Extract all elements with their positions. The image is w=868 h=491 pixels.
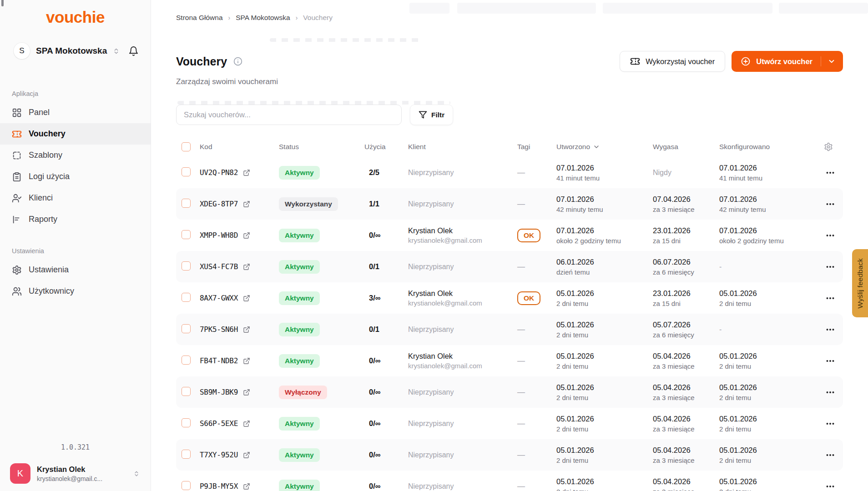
expires-relative-time: za 3 miesiące <box>653 456 719 464</box>
configured-relative-time: 41 minut temu <box>719 174 808 182</box>
row-checkbox[interactable] <box>182 418 191 427</box>
created-relative-time: 2 dni temu <box>556 425 653 433</box>
created-date: 05.01.2026 <box>556 477 653 486</box>
table-row: XDEG-8TP7 Wykorzystany 1/1 Nieprzypisany… <box>176 188 843 220</box>
search-input[interactable] <box>176 105 402 125</box>
configured-relative-time: 2 dni temu <box>719 300 808 307</box>
sidebar-item-klienci[interactable]: Klienci <box>0 187 151 209</box>
row-checkbox[interactable] <box>182 324 191 333</box>
sidebar-item-panel[interactable]: Panel <box>0 102 151 123</box>
row-checkbox[interactable] <box>182 387 191 396</box>
column-header-kod[interactable]: Kod <box>200 143 279 151</box>
status-badge: Wyłączony <box>279 386 327 399</box>
created-relative-time: 2 dni temu <box>556 331 653 339</box>
user-menu[interactable]: K Krystian Olek krystianolek@gmail.c... <box>0 463 151 491</box>
row-menu-button[interactable] <box>826 200 835 209</box>
sidebar-item-logi-uzycia[interactable]: Logi użycia <box>0 166 151 187</box>
skeleton-strip <box>457 3 596 14</box>
feedback-tab[interactable]: Wyślij feedback <box>852 249 868 317</box>
breadcrumb-org[interactable]: SPA Mokotowska <box>236 14 290 22</box>
client-name: Nieprzypisany <box>408 326 517 334</box>
row-menu-button[interactable] <box>826 451 835 460</box>
sidebar-item-ustawienia[interactable]: Ustawienia <box>0 259 151 281</box>
created-relative-time: dzień temu <box>556 268 653 276</box>
external-link-icon[interactable] <box>243 169 250 176</box>
column-settings-gear-icon[interactable] <box>824 142 843 151</box>
external-link-icon[interactable] <box>243 451 250 459</box>
page-title: Vouchery <box>176 55 227 68</box>
sidebar-item-uzytkownicy[interactable]: Użytkownicy <box>0 281 151 302</box>
tag-badge: — <box>517 388 525 396</box>
row-menu-button[interactable] <box>826 419 835 428</box>
row-checkbox[interactable] <box>182 230 191 239</box>
row-checkbox[interactable] <box>182 293 191 302</box>
use-voucher-button[interactable]: Wykorzystaj voucher <box>620 51 725 72</box>
expires-date: 05.04.2026 <box>653 446 719 455</box>
expires-relative-time: za 3 miesiące <box>653 394 719 401</box>
row-menu-button[interactable] <box>826 388 835 397</box>
create-voucher-button[interactable]: Utwórz voucher <box>732 51 843 72</box>
expires-date: 23.01.2026 <box>653 289 719 298</box>
external-link-icon[interactable] <box>243 232 250 239</box>
external-link-icon[interactable] <box>243 263 250 271</box>
filter-button[interactable]: Filtr <box>410 105 453 125</box>
row-menu-button[interactable] <box>826 262 835 271</box>
row-menu-button[interactable] <box>826 294 835 303</box>
row-checkbox[interactable] <box>182 199 191 208</box>
created-relative-time: około 2 godziny temu <box>556 237 653 245</box>
row-checkbox[interactable] <box>182 167 191 176</box>
info-icon[interactable] <box>233 57 242 66</box>
table-row: T7XY-952U Aktywny 0/∞ Nieprzypisany — <box>176 439 843 471</box>
row-checkbox[interactable] <box>182 356 191 365</box>
expires-relative-time: za 6 miesięcy <box>653 268 719 276</box>
column-header-klient[interactable]: Klient <box>408 143 517 151</box>
external-link-icon[interactable] <box>243 326 250 333</box>
notifications-bell-icon[interactable] <box>128 46 139 56</box>
status-badge: Aktywny <box>279 417 320 431</box>
external-link-icon[interactable] <box>243 483 250 490</box>
row-menu-button[interactable] <box>826 482 835 491</box>
voucher-code: 8AX7-GWXX <box>200 294 238 302</box>
row-checkbox[interactable] <box>182 481 191 490</box>
ellipsis-icon <box>829 423 831 425</box>
external-link-icon[interactable] <box>243 200 250 208</box>
external-link-icon[interactable] <box>243 295 250 302</box>
voucher-code: 7PK5-SN6H <box>200 325 238 334</box>
table-row: P9JB-MY5X Aktywny 0/∞ Nieprzypisany — <box>176 471 843 491</box>
created-date: 05.01.2026 <box>556 383 653 392</box>
external-link-icon[interactable] <box>243 357 250 365</box>
column-header-uzycia[interactable]: Użycia <box>364 143 408 151</box>
row-menu-button[interactable] <box>826 168 835 177</box>
row-menu-button[interactable] <box>826 356 835 366</box>
sidebar-item-raporty[interactable]: Raporty <box>0 209 151 230</box>
status-badge: Aktywny <box>279 480 320 491</box>
client-name: Nieprzypisany <box>408 263 517 271</box>
row-checkbox[interactable] <box>182 261 191 271</box>
tag-badge: — <box>517 451 525 459</box>
create-voucher-menu-chevron[interactable] <box>828 57 836 65</box>
voucher-code: T7XY-952U <box>200 451 238 459</box>
column-header-tagi[interactable]: Tagi <box>517 143 556 151</box>
row-menu-button[interactable] <box>826 231 835 240</box>
skeleton-dashes <box>177 101 450 105</box>
clipboard-icon <box>12 172 22 182</box>
column-header-status[interactable]: Status <box>279 143 364 151</box>
external-link-icon[interactable] <box>243 420 250 427</box>
sidebar-item-szablony[interactable]: Szablony <box>0 145 151 166</box>
column-header-wygasa[interactable]: Wygasa <box>653 143 719 151</box>
row-checkbox[interactable] <box>182 450 191 459</box>
sidebar-item-vouchery[interactable]: Vouchery <box>0 123 151 145</box>
plus-circle-icon <box>741 56 751 66</box>
sort-chevron-icon[interactable] <box>593 143 600 150</box>
tag-badge: — <box>517 482 525 491</box>
breadcrumb-home[interactable]: Strona Główna <box>176 14 223 22</box>
column-header-skonfigurowano[interactable]: Skonfigurowano <box>719 143 808 151</box>
use-voucher-label: Wykorzystaj voucher <box>646 57 715 66</box>
organization-selector[interactable]: S SPA Mokotowska <box>14 42 139 60</box>
row-menu-button[interactable] <box>826 325 835 334</box>
external-link-icon[interactable] <box>243 389 250 396</box>
select-all-checkbox[interactable] <box>182 142 191 151</box>
column-header-utworzono[interactable]: Utworzono <box>556 143 653 151</box>
voucher-code: UV2Q-PN82 <box>200 168 238 177</box>
status-badge: Aktywny <box>279 323 320 336</box>
